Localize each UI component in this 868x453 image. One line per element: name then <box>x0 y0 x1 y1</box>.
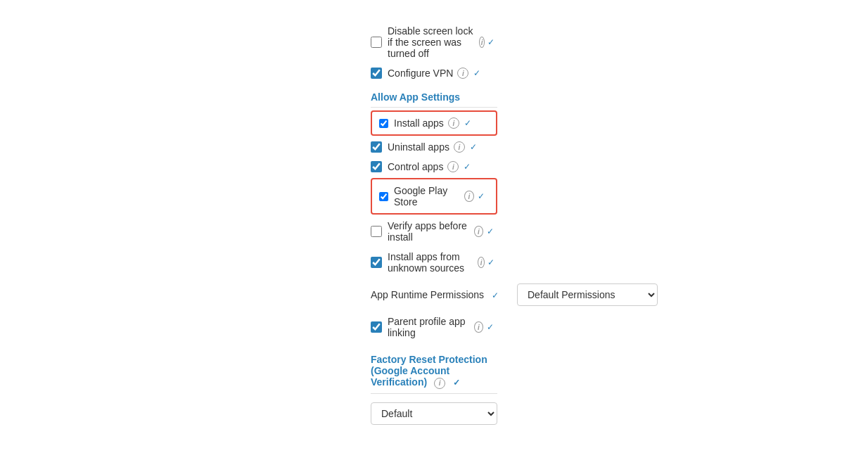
parent-profile-app-linking-checkbox[interactable] <box>371 321 382 333</box>
configure-vpn-checkbox[interactable] <box>371 68 382 79</box>
configure-vpn-label: Configure VPN <box>388 68 453 79</box>
google-play-store-row: Google Play Store i ✓ <box>371 178 497 215</box>
page-wrapper: Disable screen lock if the screen was tu… <box>0 0 868 453</box>
frp-select[interactable]: Default Disabled Enabled <box>371 402 497 425</box>
app-runtime-check-icon: ✓ <box>490 290 501 301</box>
app-runtime-permissions-label: App Runtime Permissions ✓ <box>371 289 511 301</box>
google-play-store-info-icon[interactable]: i <box>464 191 474 202</box>
control-apps-checkbox[interactable] <box>371 161 382 172</box>
configure-vpn-row: Configure VPN i ✓ <box>371 63 497 83</box>
allow-app-settings-header: Allow App Settings <box>371 83 497 108</box>
frp-info-icon[interactable]: i <box>434 378 445 389</box>
frp-dropdown-row: Default Disabled Enabled <box>371 400 497 436</box>
content-area: Disable screen lock if the screen was tu… <box>117 14 751 443</box>
uninstall-apps-info-icon[interactable]: i <box>454 141 465 153</box>
install-unknown-sources-info-icon[interactable]: i <box>478 257 485 268</box>
app-runtime-permissions-select[interactable]: Default Permissions Grant All Deny All P… <box>517 283 658 306</box>
install-apps-checkbox[interactable] <box>379 119 388 128</box>
install-apps-label: Install apps <box>394 117 444 129</box>
frp-check-icon: ✓ <box>451 377 462 388</box>
disable-screen-lock-check-icon: ✓ <box>487 37 494 48</box>
configure-vpn-check-icon: ✓ <box>471 68 483 79</box>
configure-vpn-info-icon[interactable]: i <box>457 68 468 79</box>
parent-profile-app-linking-label: Parent profile app linking <box>388 316 470 338</box>
verify-apps-info-icon[interactable]: i <box>474 226 483 237</box>
parent-profile-app-linking-row: Parent profile app linking i ✓ <box>371 312 497 343</box>
install-unknown-sources-check-icon: ✓ <box>487 257 494 268</box>
install-apps-info-icon[interactable]: i <box>448 117 459 129</box>
parent-profile-check-icon: ✓ <box>486 321 494 333</box>
uninstall-apps-row: Uninstall apps i ✓ <box>371 137 497 157</box>
google-play-store-label: Google Play Store <box>394 185 460 208</box>
main-content: Disable screen lock if the screen was tu… <box>117 0 751 453</box>
disable-screen-lock-row: Disable screen lock if the screen was tu… <box>371 21 497 63</box>
disable-screen-lock-info-icon[interactable]: i <box>479 37 485 48</box>
google-play-store-checkbox[interactable] <box>379 192 388 201</box>
verify-apps-row: Verify apps before install i ✓ <box>371 216 497 247</box>
install-apps-check-icon: ✓ <box>462 117 473 129</box>
control-apps-check-icon: ✓ <box>461 161 473 172</box>
disable-screen-lock-label: Disable screen lock if the screen was tu… <box>388 25 475 59</box>
control-apps-label: Control apps <box>388 161 443 172</box>
control-apps-row: Control apps i ✓ <box>371 157 497 177</box>
uninstall-apps-label: Uninstall apps <box>388 141 449 153</box>
disable-screen-lock-checkbox[interactable] <box>371 37 382 48</box>
install-unknown-sources-row: Install apps from unknown sources i ✓ <box>371 247 497 278</box>
parent-profile-info-icon[interactable]: i <box>474 321 483 333</box>
install-unknown-sources-label: Install apps from unknown sources <box>388 251 473 274</box>
verify-apps-label: Verify apps before install <box>388 220 470 243</box>
app-runtime-permissions-row: App Runtime Permissions ✓ Default Permis… <box>371 278 497 312</box>
verify-apps-checkbox[interactable] <box>371 226 382 237</box>
google-play-store-check-icon: ✓ <box>477 191 486 202</box>
control-apps-info-icon[interactable]: i <box>447 161 459 172</box>
install-unknown-sources-checkbox[interactable] <box>371 257 382 268</box>
install-apps-row: Install apps i ✓ <box>371 110 497 136</box>
uninstall-apps-check-icon: ✓ <box>468 141 479 153</box>
verify-apps-check-icon: ✓ <box>486 226 494 237</box>
uninstall-apps-checkbox[interactable] <box>371 141 382 153</box>
frp-header: Factory Reset Protection (Google Account… <box>371 343 497 394</box>
